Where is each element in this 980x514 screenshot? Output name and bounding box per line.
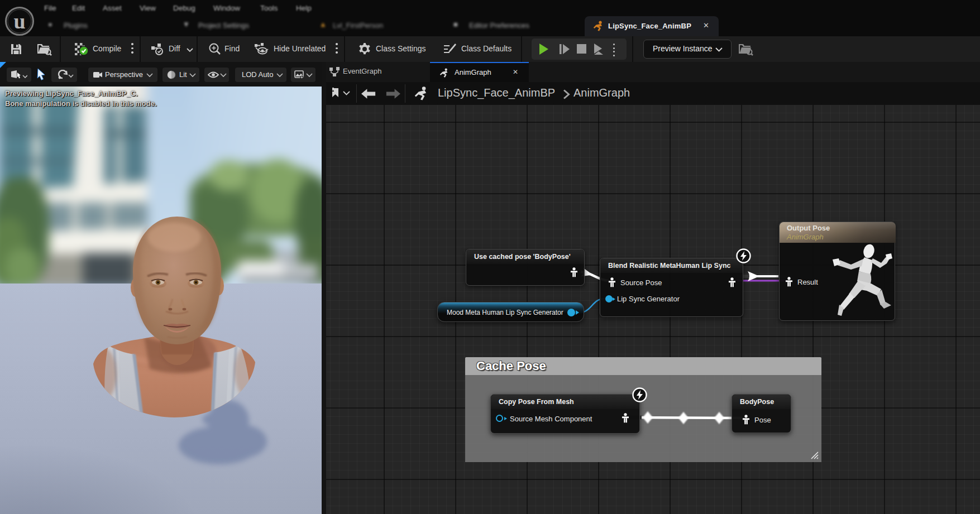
svg-text:u: u bbox=[13, 9, 25, 33]
